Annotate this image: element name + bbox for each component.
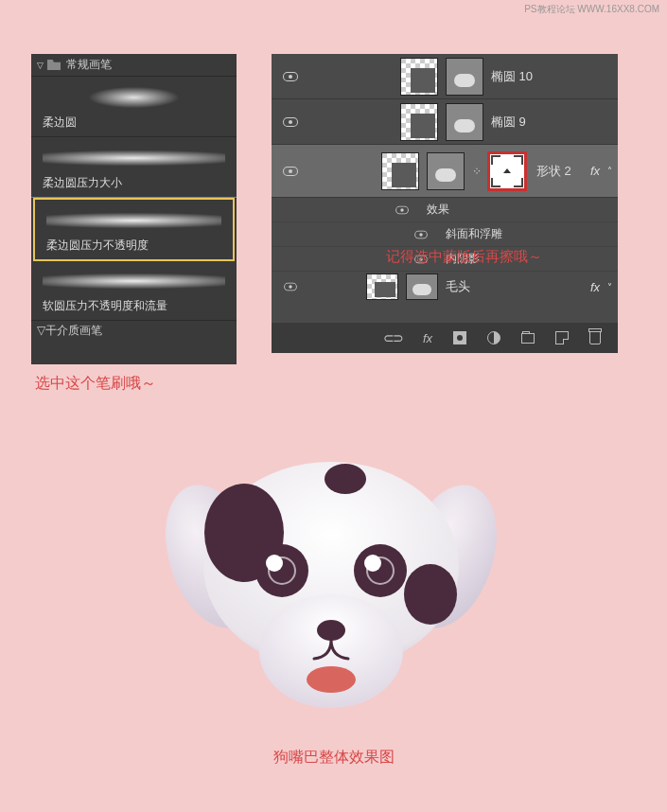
effect-name: 斜面和浮雕 (446, 226, 502, 242)
add-mask-icon[interactable] (453, 331, 466, 344)
brush-label: 软圆压力不透明度和流量 (31, 298, 237, 320)
folder-icon (47, 60, 61, 70)
layers-footer: ⊂⊃ fx (272, 323, 618, 353)
brush-item-selected[interactable]: 柔边圆压力不透明度 (33, 198, 235, 261)
vector-mask-thumbnail[interactable] (446, 103, 483, 141)
effects-label: 效果 (427, 202, 449, 218)
svg-point-14 (307, 666, 356, 693)
layers-panel: 椭圆 10 椭圆 9 ⁘ 形状 2 fx ˄ 效果 斜面和浮雕 内阴影 (272, 54, 618, 353)
layer-row[interactable]: 椭圆 10 (272, 54, 618, 99)
visibility-icon[interactable] (283, 72, 298, 81)
brush-group-footer[interactable]: ▽ 干介质画笔 (31, 321, 237, 340)
brush-item[interactable]: 柔边圆压力大小 (31, 141, 237, 199)
vector-mask-thumbnail[interactable] (427, 152, 465, 190)
new-group-icon[interactable] (521, 333, 535, 344)
layer-name: 椭圆 10 (491, 68, 618, 85)
layer-row[interactable]: 椭圆 9 (272, 99, 618, 145)
brush-preview (43, 264, 225, 298)
svg-point-8 (354, 544, 407, 597)
dog-caption: 狗嘴巴整体效果图 (0, 748, 667, 768)
brush-footer-label: 干介质画笔 (45, 323, 102, 339)
brush-group-label: 常规画笔 (66, 57, 112, 73)
chevron-down-icon: ▽ (37, 324, 45, 337)
chevron-up-icon[interactable]: ˄ (607, 166, 612, 176)
fx-badge: fx (590, 280, 600, 294)
dog-illustration (161, 443, 501, 727)
brush-item[interactable]: 柔边圆 (31, 80, 237, 137)
layer-name: 椭圆 9 (491, 114, 618, 131)
layer-thumbnail[interactable] (400, 58, 438, 96)
visibility-icon[interactable] (283, 167, 298, 176)
layer-thumbnail[interactable] (366, 274, 398, 300)
visibility-icon[interactable] (414, 230, 428, 238)
layer-thumbnail[interactable] (381, 152, 419, 190)
link-layers-icon[interactable]: ⊂⊃ (383, 330, 402, 345)
brush-label: 柔边圆压力大小 (31, 175, 237, 198)
layer-style-icon[interactable]: fx (423, 331, 432, 345)
brush-label: 柔边圆压力不透明度 (35, 238, 233, 259)
brush-annotation: 选中这个笔刷哦～ (35, 374, 156, 394)
layer-mask-thumbnail[interactable] (487, 151, 527, 191)
visibility-icon[interactable] (395, 205, 409, 214)
layer-thumbnail[interactable] (400, 103, 438, 141)
brush-item[interactable]: 软圆压力不透明度和流量 (31, 264, 237, 321)
effects-header[interactable]: 效果 (272, 198, 618, 222)
visibility-icon[interactable] (284, 283, 297, 291)
brush-panel: ▽ 常规画笔 柔边圆 柔边圆压力大小 柔边圆压力不透明度 软圆压力不透明度和流量… (31, 54, 237, 364)
svg-point-4 (404, 564, 457, 625)
vector-mask-thumbnail[interactable] (446, 58, 483, 96)
brush-group-header[interactable]: ▽ 常规画笔 (31, 54, 237, 77)
brush-label: 柔边圆 (31, 115, 237, 136)
new-layer-icon[interactable] (555, 331, 569, 344)
brush-preview (43, 80, 225, 115)
svg-point-5 (325, 464, 366, 494)
delete-layer-icon[interactable] (589, 331, 601, 344)
adjustment-layer-icon[interactable] (487, 331, 500, 344)
layers-annotation: 记得选中蒙版后再擦哦～ (386, 248, 542, 266)
layer-row-selected[interactable]: ⁘ 形状 2 fx ˄ (272, 145, 618, 198)
chevron-down-icon: ▽ (37, 61, 44, 70)
svg-point-13 (317, 620, 345, 641)
link-icon[interactable]: ⁘ (472, 165, 482, 178)
watermark: PS教程论坛 WWW.16XX8.COM (524, 3, 659, 16)
effect-item[interactable]: 斜面和浮雕 (272, 222, 618, 247)
visibility-icon[interactable] (283, 117, 298, 127)
layer-name: 毛头 (446, 278, 590, 295)
svg-point-7 (255, 544, 308, 597)
layer-row[interactable]: 毛头 fx ˅ (272, 272, 618, 302)
fx-badge: fx (590, 164, 600, 178)
chevron-down-icon[interactable]: ˅ (607, 282, 612, 292)
brush-preview (46, 203, 221, 238)
brush-preview (43, 141, 225, 175)
vector-mask-thumbnail[interactable] (406, 274, 438, 300)
layer-name: 形状 2 (536, 163, 590, 180)
